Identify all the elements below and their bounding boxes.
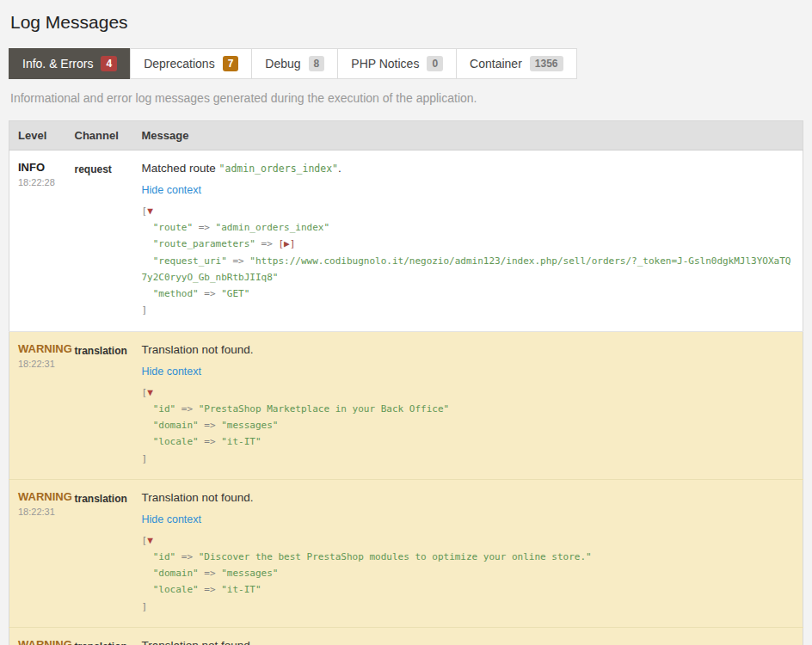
dump-line: "request_uri" => "https://www.codibugnol… <box>142 253 795 286</box>
context-dump: [▼ "route" => "admin_orders_index" "rout… <box>142 203 795 319</box>
message-text: Translation not found. <box>142 639 254 645</box>
dump-line: "locale" => "it-IT" <box>142 433 795 450</box>
collapse-toggle-icon[interactable]: ▼ <box>147 206 153 217</box>
message-text: Translation not found. <box>142 491 254 504</box>
col-header-level: Level <box>9 121 66 150</box>
expand-toggle-icon[interactable]: [▶] <box>278 238 295 249</box>
tab-deprecations[interactable]: Deprecations 7 <box>130 48 252 79</box>
message-cell: Translation not found. Hide context [▼ "… <box>133 331 803 479</box>
level-cell: WARNING 18:22:32 <box>9 627 66 645</box>
level-cell: INFO 18:22:28 <box>9 150 66 332</box>
context-dump: [▼ "id" => "Discover the best PrestaShop… <box>142 532 795 615</box>
log-time: 18:22:31 <box>18 359 58 369</box>
log-row: INFO 18:22:28 request Matched route "adm… <box>9 150 803 332</box>
tab-label: Debug <box>265 57 300 71</box>
dump-line: "route" => "admin_orders_index" <box>142 219 795 236</box>
channel-cell: request <box>66 150 133 332</box>
col-header-message: Message <box>133 121 803 150</box>
dump-line: "id" => "PrestaShop Marketplace in your … <box>142 401 795 417</box>
log-row: WARNING 18:22:31 translation Translation… <box>9 331 803 479</box>
log-time: 18:22:28 <box>18 177 58 187</box>
tab-container[interactable]: Container 1356 <box>456 48 576 79</box>
tab-php-notices[interactable]: PHP Notices 0 <box>337 48 457 79</box>
count-badge: 1356 <box>530 56 563 71</box>
log-message: Translation not found. <box>142 638 795 645</box>
log-message: Translation not found. <box>142 342 795 359</box>
hide-context-link[interactable]: Hide context <box>142 366 201 378</box>
context-dump: [▼ "id" => "PrestaShop Marketplace in yo… <box>142 384 795 467</box>
tab-label: PHP Notices <box>351 57 419 71</box>
log-channel: translation <box>75 641 127 645</box>
profiler-log-panel: Log Messages Info. & Errors 4 Deprecatio… <box>0 0 812 645</box>
channel-cell: translation <box>66 479 133 627</box>
page-title: Log Messages <box>10 12 802 33</box>
hide-context-link[interactable]: Hide context <box>142 184 201 196</box>
message-cell: Translation not found. Hide context [▼ "… <box>133 479 803 627</box>
dump-close-line: ] <box>142 302 795 318</box>
log-level: WARNING <box>18 490 58 503</box>
log-row: WARNING 18:22:32 translation Translation… <box>9 627 803 645</box>
dump-line: "domain" => "messages" <box>142 417 795 433</box>
dump-line: "method" => "GET" <box>142 286 795 302</box>
level-cell: WARNING 18:22:31 <box>9 331 66 479</box>
message-code: "admin_orders_index" <box>219 163 338 175</box>
dump-open-line: [▼ <box>142 532 795 549</box>
tab-label: Info. & Errors <box>22 57 93 71</box>
channel-cell: translation <box>66 331 133 479</box>
tab-info-errors[interactable]: Info. & Errors 4 <box>9 48 131 79</box>
tab-label: Container <box>470 57 522 71</box>
count-badge: 8 <box>309 56 325 71</box>
tab-debug[interactable]: Debug 8 <box>251 48 338 79</box>
col-header-channel: Channel <box>66 121 133 150</box>
message-text: Matched route <box>142 162 219 175</box>
log-message: Translation not found. <box>142 490 795 507</box>
log-row: WARNING 18:22:31 translation Translation… <box>9 479 803 627</box>
dump-close-line: ] <box>142 451 795 467</box>
dump-open-line: [▼ <box>142 384 795 401</box>
count-badge: 7 <box>223 56 239 71</box>
log-table: Level Channel Message INFO 18:22:28 requ… <box>9 120 803 645</box>
log-time: 18:22:31 <box>18 507 58 517</box>
message-cell: Translation not found. Hide context [▼ "… <box>133 627 803 645</box>
message-cell: Matched route "admin_orders_index". Hide… <box>133 150 803 332</box>
level-cell: WARNING 18:22:31 <box>9 479 66 627</box>
log-level: WARNING <box>18 342 58 355</box>
dump-line: "route_parameters" => [▶] <box>142 236 795 252</box>
dump-line: "id" => "Discover the best PrestaShop mo… <box>142 549 795 565</box>
hide-context-link[interactable]: Hide context <box>142 513 201 525</box>
table-header: Level Channel Message <box>9 121 803 150</box>
channel-cell: translation <box>66 627 133 645</box>
tab-label: Deprecations <box>144 57 215 71</box>
dump-open-line: [▼ <box>142 203 795 219</box>
count-badge: 0 <box>427 56 443 71</box>
collapse-toggle-icon[interactable]: ▼ <box>147 387 153 398</box>
log-channel: request <box>75 163 112 175</box>
dump-close-line: ] <box>142 599 795 615</box>
log-tabs: Info. & Errors 4 Deprecations 7 Debug 8 … <box>9 48 803 79</box>
panel-description: Informational and error log messages gen… <box>10 91 802 105</box>
log-channel: translation <box>75 345 127 357</box>
log-level: INFO <box>18 161 58 174</box>
dump-line: "locale" => "it-IT" <box>142 581 795 598</box>
count-badge: 4 <box>101 56 117 71</box>
collapse-toggle-icon[interactable]: ▼ <box>147 535 153 546</box>
log-channel: translation <box>75 493 127 505</box>
log-message: Matched route "admin_orders_index". <box>142 161 795 177</box>
message-text: . <box>338 162 341 175</box>
log-level: WARNING <box>18 638 58 645</box>
dump-line: "domain" => "messages" <box>142 565 795 581</box>
message-text: Translation not found. <box>142 343 254 356</box>
